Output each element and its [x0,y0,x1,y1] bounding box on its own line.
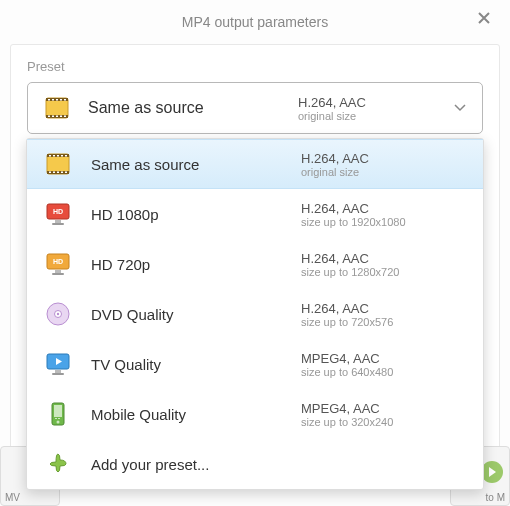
svg-rect-33 [52,273,64,275]
film-icon [44,95,70,121]
option-size: size up to 1920x1080 [301,216,465,228]
option-label: Add your preset... [91,456,301,473]
option-add-preset[interactable]: Add your preset... [27,439,483,489]
svg-text:HD: HD [53,208,63,215]
svg-rect-9 [52,116,54,118]
svg-rect-7 [64,99,66,101]
option-dvd-quality[interactable]: DVD Quality H.264, AAC size up to 720x57… [27,289,483,339]
option-size: size up to 1280x720 [301,266,465,278]
option-codec: H.264, AAC [301,251,465,266]
titlebar: MP4 output parameters [0,0,510,44]
option-label: DVD Quality [91,306,301,323]
option-mobile-quality[interactable]: Mobile Quality MPEG4, AAC size up to 320… [27,389,483,439]
monitor-red-icon: HD [45,201,71,227]
svg-rect-5 [56,99,58,101]
phone-icon [45,401,71,427]
svg-rect-16 [49,155,51,157]
svg-rect-21 [49,172,51,174]
svg-rect-17 [53,155,55,157]
monitor-blue-icon [45,351,71,377]
option-label: Same as source [91,156,301,173]
option-label: HD 720p [91,256,301,273]
option-codec: H.264, AAC [301,201,465,216]
svg-rect-44 [55,418,57,419]
close-button[interactable] [478,12,496,30]
svg-rect-22 [53,172,55,174]
combo-sub: H.264, AAC original size [298,95,454,122]
close-icon [478,12,490,24]
svg-rect-23 [57,172,59,174]
option-codec: MPEG4, AAC [301,351,465,366]
svg-rect-29 [52,223,64,225]
monitor-orange-icon: HD [45,251,71,277]
chevron-down-icon [454,104,466,112]
dialog: MP4 output parameters Preset Same as sou… [0,0,510,506]
plus-icon [45,451,71,477]
combo-label: Same as source [88,99,298,117]
svg-rect-6 [60,99,62,101]
svg-rect-28 [55,220,61,223]
svg-rect-18 [57,155,59,157]
svg-rect-12 [64,116,66,118]
svg-rect-39 [55,370,61,373]
bg-left-label: MV [5,492,20,503]
svg-rect-19 [61,155,63,157]
svg-rect-20 [65,155,67,157]
option-size: original size [301,166,465,178]
svg-rect-4 [52,99,54,101]
film-icon [45,151,71,177]
option-codec: H.264, AAC [301,151,465,166]
option-size: size up to 640x480 [301,366,465,378]
preset-combo[interactable]: Same as source H.264, AAC original size [27,82,483,134]
svg-point-43 [57,421,60,424]
svg-point-36 [57,313,59,315]
svg-rect-24 [61,172,63,174]
preset-label: Preset [27,59,483,74]
play-icon [481,461,503,483]
svg-text:HD: HD [53,258,63,265]
option-same-as-source[interactable]: Same as source H.264, AAC original size [27,139,483,189]
option-label: HD 1080p [91,206,301,223]
svg-rect-45 [58,418,60,419]
option-hd-720p[interactable]: HD HD 720p H.264, AAC size up to 1280x72… [27,239,483,289]
svg-rect-32 [55,270,61,273]
option-codec: H.264, AAC [301,301,465,316]
combo-codec: H.264, AAC [298,95,454,110]
svg-rect-40 [52,373,64,375]
option-label: TV Quality [91,356,301,373]
option-label: Mobile Quality [91,406,301,423]
option-hd-1080p[interactable]: HD HD 1080p H.264, AAC size up to 1920x1… [27,189,483,239]
combo-size: original size [298,110,454,122]
preset-dropdown: Same as source H.264, AAC original size … [26,138,484,490]
bg-right-label: to M [486,492,505,503]
disc-icon [45,301,71,327]
dialog-title: MP4 output parameters [182,14,328,30]
option-tv-quality[interactable]: TV Quality MPEG4, AAC size up to 640x480 [27,339,483,389]
svg-rect-11 [60,116,62,118]
svg-rect-10 [56,116,58,118]
svg-rect-3 [48,99,50,101]
option-codec: MPEG4, AAC [301,401,465,416]
svg-rect-42 [54,405,62,417]
option-size: size up to 320x240 [301,416,465,428]
svg-rect-8 [48,116,50,118]
svg-rect-25 [65,172,67,174]
option-size: size up to 720x576 [301,316,465,328]
